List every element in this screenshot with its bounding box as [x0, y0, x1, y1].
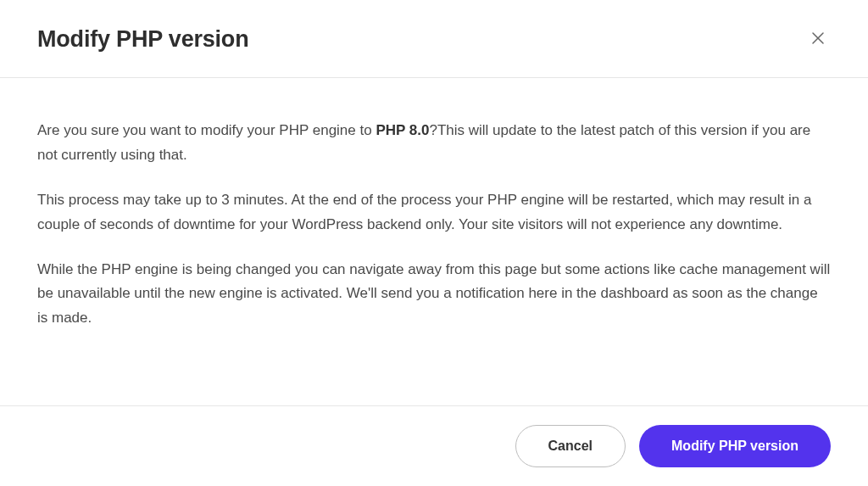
- confirm-text-prefix: Are you sure you want to modify your PHP…: [37, 122, 376, 138]
- modal-body: Are you sure you want to modify your PHP…: [0, 78, 868, 405]
- cancel-button[interactable]: Cancel: [515, 425, 626, 467]
- php-version-value: PHP 8.0: [376, 122, 429, 138]
- confirm-modify-button[interactable]: Modify PHP version: [639, 425, 831, 467]
- modal-title: Modify PHP version: [37, 26, 248, 53]
- close-button[interactable]: [805, 25, 831, 53]
- close-icon: [810, 31, 826, 48]
- confirm-text-paragraph-1: Are you sure you want to modify your PHP…: [37, 119, 831, 168]
- modal-footer: Cancel Modify PHP version: [0, 405, 868, 486]
- confirm-text-paragraph-2: This process may take up to 3 minutes. A…: [37, 188, 831, 237]
- modal-header: Modify PHP version: [0, 0, 868, 78]
- modify-php-modal: Modify PHP version Are you sure you want…: [0, 0, 868, 486]
- confirm-text-paragraph-3: While the PHP engine is being changed yo…: [37, 258, 831, 332]
